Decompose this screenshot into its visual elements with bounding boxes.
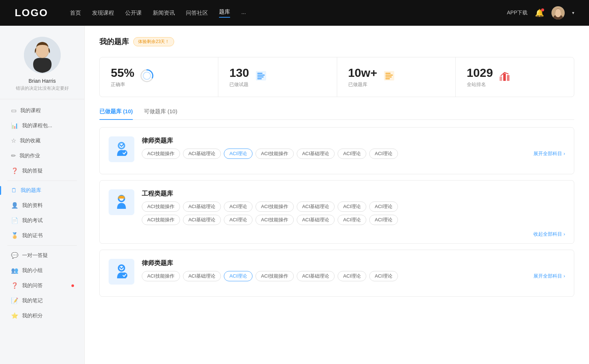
nav-link-news[interactable]: 新闻资讯 <box>153 10 175 17</box>
bank-content-1: 律师类题库 ACI技能操作 ACI基础理论 ACI理论 ACI技能操作 ACI基… <box>142 136 565 159</box>
sidebar-item-tutoring[interactable]: 💬 一对一答疑 <box>0 248 84 263</box>
tags-row-3: ACI技能操作 ACI基础理论 ACI理论 ACI技能操作 ACI基础理论 AC… <box>142 271 565 281</box>
bank-icon-lawyer-1 <box>109 136 134 162</box>
stat-ranking-label: 全站排名 <box>467 81 493 88</box>
exam-icon: 📄 <box>11 217 18 224</box>
ranking-icon <box>499 70 511 84</box>
tag-2-5[interactable]: ACI理论 <box>338 201 366 212</box>
sidebar-label-bank: 我的题库 <box>21 187 41 194</box>
nav-right: APP下载 🔔 ▾ <box>507 6 574 19</box>
svg-point-27 <box>121 150 127 156</box>
accuracy-icon <box>140 69 154 85</box>
package-icon: 📊 <box>11 122 18 129</box>
sidebar-item-course[interactable]: ▭ 我的课程 <box>0 103 84 118</box>
stat-banks: 10w+ 已做题库 <box>337 57 456 97</box>
tag-2-4[interactable]: ACI基础理论 <box>297 201 335 212</box>
nav-link-home[interactable]: 首页 <box>70 10 81 17</box>
trial-badge: 体验剩余23天！ <box>133 37 174 46</box>
tag-3-2[interactable]: ACI理论 <box>224 271 253 281</box>
tag-3-0[interactable]: ACI技能操作 <box>142 271 180 281</box>
tag-1-4[interactable]: ACI基础理论 <box>297 149 335 159</box>
tab-available-banks[interactable]: 可做题库 (10) <box>144 108 177 119</box>
sidebar-item-exam[interactable]: 📄 我的考试 <box>0 213 84 228</box>
tag-3-4[interactable]: ACI基础理论 <box>297 271 335 281</box>
sidebar-item-profile[interactable]: 👤 我的资料 <box>0 198 84 213</box>
tag-2b-1[interactable]: ACI基础理论 <box>183 215 221 225</box>
sidebar-item-notes[interactable]: 📝 我的笔记 <box>0 293 84 308</box>
tag-3-6[interactable]: ACI理论 <box>369 271 398 281</box>
tag-1-3[interactable]: ACI技能操作 <box>255 149 294 159</box>
sidebar-item-bank[interactable]: 🗒 我的题库 <box>0 183 84 198</box>
stat-accuracy-label: 正确率 <box>111 81 134 88</box>
nav-link-more[interactable]: ··· <box>241 10 246 16</box>
questions-icon <box>255 70 267 84</box>
nav-link-discover[interactable]: 发现课程 <box>92 10 114 17</box>
tag-1-6[interactable]: ACI理论 <box>369 149 398 159</box>
favorites-icon: ☆ <box>11 137 16 144</box>
user-menu-chevron[interactable]: ▾ <box>572 10 574 15</box>
bank-icon-engineer <box>109 189 134 215</box>
tag-2b-5[interactable]: ACI理论 <box>338 215 366 225</box>
stats-row: 55% 正确率 130 已做试题 <box>99 57 574 97</box>
expand-link-1[interactable]: 展开全部科目 › <box>533 150 565 157</box>
stat-banks-value: 10w+ <box>348 66 377 80</box>
tab-done-banks[interactable]: 已做题库 (10) <box>99 108 133 119</box>
profile-avatar <box>24 37 61 74</box>
stat-questions-text: 130 已做试题 <box>229 66 249 88</box>
app-download-button[interactable]: APP下载 <box>507 10 528 16</box>
user-avatar[interactable] <box>551 6 565 19</box>
tag-2-3[interactable]: ACI技能操作 <box>255 201 294 212</box>
sidebar-item-points[interactable]: ⭐ 我的积分 <box>0 308 84 323</box>
notification-bell[interactable]: 🔔 <box>535 8 544 17</box>
answers-icon: ❓ <box>11 167 18 174</box>
tag-3-3[interactable]: ACI技能操作 <box>255 271 294 281</box>
sidebar-label-profile: 我的资料 <box>22 202 43 209</box>
tag-1-0[interactable]: ACI技能操作 <box>142 149 180 159</box>
bank-content-2: 工程类题库 ACI技能操作 ACI基础理论 ACI理论 ACI技能操作 ACI基… <box>142 189 565 225</box>
collapse-link[interactable]: 收起全部科目 › <box>533 231 565 238</box>
tag-2b-6[interactable]: ACI理论 <box>369 215 398 225</box>
sidebar-label-favorites: 我的收藏 <box>20 138 40 144</box>
tag-1-2[interactable]: ACI理论 <box>224 149 253 159</box>
sidebar-item-cert[interactable]: 🏅 我的证书 <box>0 228 84 243</box>
bank-title-1: 律师类题库 <box>142 136 565 145</box>
tag-1-1[interactable]: ACI基础理论 <box>183 149 221 159</box>
tag-2b-4[interactable]: ACI基础理论 <box>297 215 335 225</box>
tag-2-0[interactable]: ACI技能操作 <box>142 201 180 212</box>
course-icon: ▭ <box>11 107 17 114</box>
sidebar-label-homework: 我的作业 <box>20 153 40 159</box>
sidebar-item-favorites[interactable]: ☆ 我的收藏 <box>0 133 84 148</box>
sidebar-item-homework[interactable]: ✏ 我的作业 <box>0 148 84 163</box>
svg-rect-20 <box>385 78 390 79</box>
tags-row-2b: ACI技能操作 ACI基础理论 ACI理论 ACI技能操作 ACI基础理论 AC… <box>142 215 565 225</box>
tag-2-1[interactable]: ACI基础理论 <box>183 201 221 212</box>
tabs-row: 已做题库 (10) 可做题库 (10) <box>99 108 574 120</box>
nav-link-exam[interactable]: 题库 <box>219 8 230 18</box>
sidebar-item-group[interactable]: 👥 我的小组 <box>0 263 84 278</box>
qa-notification-dot <box>71 284 74 287</box>
nav-link-public[interactable]: 公开课 <box>125 10 142 17</box>
page-title: 我的题库 <box>99 37 129 47</box>
tag-2b-3[interactable]: ACI技能操作 <box>255 215 294 225</box>
stat-questions: 130 已做试题 <box>218 57 337 97</box>
tag-3-5[interactable]: ACI理论 <box>338 271 366 281</box>
navbar: LOGO 首页 发现课程 公开课 新闻资讯 问答社区 题库 ··· APP下载 … <box>0 0 589 26</box>
sidebar-label-points: 我的积分 <box>22 313 43 319</box>
sidebar-item-package[interactable]: 📊 我的课程包... <box>0 118 84 133</box>
svg-point-34 <box>121 272 127 278</box>
tag-2-2[interactable]: ACI理论 <box>224 201 253 212</box>
sidebar-item-qa[interactable]: ❓ 我的问答 <box>0 278 84 293</box>
tag-2-6[interactable]: ACI理论 <box>369 201 398 212</box>
tag-2b-2[interactable]: ACI理论 <box>224 215 253 225</box>
page-header: 我的题库 体验剩余23天！ <box>99 37 574 47</box>
tag-2b-0[interactable]: ACI技能操作 <box>142 215 180 225</box>
tag-3-1[interactable]: ACI基础理论 <box>183 271 221 281</box>
profile-icon: 👤 <box>11 202 18 209</box>
svg-rect-21 <box>500 76 502 81</box>
tag-1-5[interactable]: ACI理论 <box>338 149 366 159</box>
homework-icon: ✏ <box>11 152 16 159</box>
expand-link-3[interactable]: 展开全部科目 › <box>533 273 565 279</box>
sidebar-label-tutoring: 一对一答疑 <box>22 252 48 259</box>
sidebar-item-answers[interactable]: ❓ 我的答疑 <box>0 163 84 178</box>
nav-link-qa[interactable]: 问答社区 <box>186 10 208 17</box>
